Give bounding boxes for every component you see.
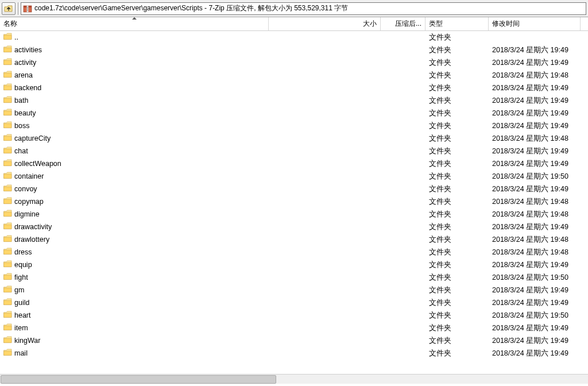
folder-icon [3, 134, 12, 143]
scrollbar-thumb[interactable] [1, 375, 276, 384]
folder-icon [3, 248, 12, 257]
list-item[interactable]: collectWeapon文件夹2018/3/24 星期六 19:49 [0, 157, 588, 170]
horizontal-scrollbar[interactable] [0, 374, 588, 384]
path-text: code1.7z\code\server\GameServer\gameserv… [34, 3, 348, 13]
list-item[interactable]: ..文件夹 [0, 31, 588, 44]
column-header-size[interactable]: 大小 [269, 17, 381, 30]
cell-name: arena [0, 71, 269, 80]
cell-date: 2018/3/24 星期六 19:49 [489, 298, 581, 308]
cell-type: 文件夹 [425, 248, 489, 257]
cell-type: 文件夹 [425, 298, 489, 308]
address-bar[interactable]: code1.7z\code\server\GameServer\gameserv… [21, 2, 586, 15]
cell-name: activity [0, 58, 269, 67]
cell-type: 文件夹 [425, 323, 489, 333]
file-name: container [14, 172, 44, 180]
cell-name: drawlottery [0, 235, 269, 244]
list-item[interactable]: digmine文件夹2018/3/24 星期六 19:48 [0, 208, 588, 221]
file-name: copymap [14, 198, 44, 206]
list-item[interactable]: container文件夹2018/3/24 星期六 19:50 [0, 170, 588, 183]
folder-icon [3, 298, 12, 307]
column-header-packed-label: 压缩后... [395, 19, 421, 29]
list-item[interactable]: beauty文件夹2018/3/24 星期六 19:49 [0, 107, 588, 119]
folder-icon [3, 96, 12, 105]
list-item[interactable]: kingWar文件夹2018/3/24 星期六 19:49 [0, 334, 588, 347]
cell-name: convoy [0, 184, 269, 194]
cell-name: container [0, 172, 269, 181]
file-name: drawlottery [14, 236, 49, 244]
list-item[interactable]: backend文件夹2018/3/24 星期六 19:49 [0, 82, 588, 94]
file-name: collectWeapon [14, 160, 61, 168]
list-item[interactable]: guild文件夹2018/3/24 星期六 19:49 [0, 296, 588, 309]
list-item[interactable]: copymap文件夹2018/3/24 星期六 19:48 [0, 195, 588, 208]
file-name: captureCity [14, 134, 51, 142]
cell-type: 文件夹 [425, 172, 489, 182]
column-header-size-label: 大小 [363, 19, 377, 29]
cell-name: dress [0, 248, 269, 257]
cell-name: collectWeapon [0, 159, 269, 168]
cell-date: 2018/3/24 星期六 19:48 [489, 71, 581, 80]
folder-icon [3, 336, 12, 345]
cell-type: 文件夹 [425, 260, 489, 270]
column-header-packed[interactable]: 压缩后... [381, 17, 425, 30]
cell-name: drawactivity [0, 222, 269, 231]
folder-icon [3, 210, 12, 219]
cell-date: 2018/3/24 星期六 19:48 [489, 248, 581, 257]
folder-icon [3, 197, 12, 206]
list-item[interactable]: captureCity文件夹2018/3/24 星期六 19:48 [0, 132, 588, 145]
file-name: beauty [14, 109, 36, 117]
cell-date: 2018/3/24 星期六 19:49 [489, 121, 581, 131]
cell-type: 文件夹 [425, 349, 489, 358]
list-item[interactable]: activity文件夹2018/3/24 星期六 19:49 [0, 56, 588, 69]
svg-rect-6 [27, 10, 29, 11]
list-item[interactable]: gm文件夹2018/3/24 星期六 19:49 [0, 284, 588, 296]
column-header-type[interactable]: 类型 [425, 17, 489, 30]
list-item[interactable]: activities文件夹2018/3/24 星期六 19:49 [0, 44, 588, 56]
list-item[interactable]: drawactivity文件夹2018/3/24 星期六 19:49 [0, 221, 588, 233]
cell-name: chat [0, 146, 269, 156]
list-item[interactable]: boss文件夹2018/3/24 星期六 19:49 [0, 119, 588, 132]
cell-name: copymap [0, 197, 269, 206]
list-item[interactable]: chat文件夹2018/3/24 星期六 19:49 [0, 145, 588, 157]
list-item[interactable]: bath文件夹2018/3/24 星期六 19:49 [0, 94, 588, 107]
cell-date: 2018/3/24 星期六 19:49 [489, 159, 581, 169]
file-name: kingWar [14, 337, 40, 345]
cell-name: bath [0, 96, 269, 105]
file-list[interactable]: ..文件夹activities文件夹2018/3/24 星期六 19:49act… [0, 31, 588, 374]
svg-rect-3 [27, 7, 29, 7]
list-item[interactable]: item文件夹2018/3/24 星期六 19:49 [0, 322, 588, 334]
file-name: dress [14, 248, 32, 256]
cell-type: 文件夹 [425, 33, 489, 43]
sort-asc-icon [132, 17, 137, 20]
list-item[interactable]: arena文件夹2018/3/24 星期六 19:48 [0, 69, 588, 82]
list-item[interactable]: fight文件夹2018/3/24 星期六 19:50 [0, 271, 588, 284]
cell-name: gm [0, 285, 269, 295]
cell-name: kingWar [0, 336, 269, 345]
column-header-date[interactable]: 修改时间 [489, 17, 581, 30]
cell-type: 文件夹 [425, 45, 489, 55]
cell-type: 文件夹 [425, 273, 489, 283]
list-item[interactable]: heart文件夹2018/3/24 星期六 19:50 [0, 309, 588, 322]
cell-type: 文件夹 [425, 159, 489, 169]
svg-rect-5 [27, 9, 29, 10]
list-item[interactable]: equip文件夹2018/3/24 星期六 19:49 [0, 258, 588, 271]
list-item[interactable]: convoy文件夹2018/3/24 星期六 19:49 [0, 183, 588, 195]
up-button[interactable] [2, 2, 16, 15]
cell-date: 2018/3/24 星期六 19:49 [489, 349, 581, 358]
cell-type: 文件夹 [425, 121, 489, 131]
file-name: gm [14, 286, 24, 294]
column-header-name[interactable]: 名称 [0, 17, 269, 30]
list-item[interactable]: drawlottery文件夹2018/3/24 星期六 19:48 [0, 233, 588, 246]
folder-icon [3, 273, 12, 282]
cell-date: 2018/3/24 星期六 19:48 [489, 210, 581, 219]
list-item[interactable]: mail文件夹2018/3/24 星期六 19:49 [0, 347, 588, 360]
file-name: activity [14, 59, 36, 67]
cell-date: 2018/3/24 星期六 19:49 [489, 260, 581, 270]
cell-name: beauty [0, 109, 269, 118]
cell-name: captureCity [0, 134, 269, 143]
column-header-date-label: 修改时间 [492, 19, 520, 29]
folder-icon [3, 172, 12, 181]
toolbar: code1.7z\code\server\GameServer\gameserv… [0, 0, 588, 17]
cell-date: 2018/3/24 星期六 19:50 [489, 311, 581, 321]
cell-date: 2018/3/24 星期六 19:49 [489, 285, 581, 295]
list-item[interactable]: dress文件夹2018/3/24 星期六 19:48 [0, 246, 588, 258]
